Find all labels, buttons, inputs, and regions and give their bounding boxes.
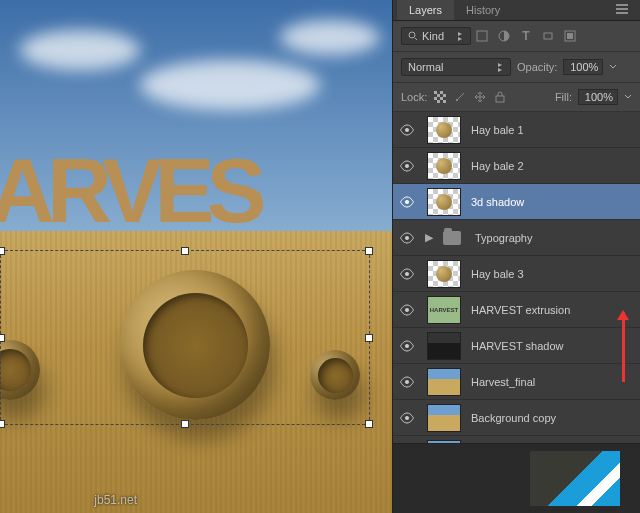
chevron-down-icon	[497, 62, 504, 72]
opacity-label: Opacity:	[517, 61, 557, 73]
visibility-toggle-icon[interactable]	[393, 196, 421, 208]
layer-row[interactable]: Background	[393, 436, 640, 443]
svg-point-15	[405, 308, 409, 312]
visibility-toggle-icon[interactable]	[393, 124, 421, 136]
filter-adjustment-icon[interactable]	[497, 29, 511, 43]
visibility-toggle-icon[interactable]	[393, 268, 421, 280]
panel-tabs: Layers History	[393, 0, 640, 21]
blend-mode-select[interactable]: Normal	[401, 58, 511, 76]
visibility-toggle-icon[interactable]	[393, 160, 421, 172]
chevron-down-icon[interactable]	[609, 64, 617, 70]
layer-filter-row: Kind T	[393, 21, 640, 52]
filter-type-icons: T	[475, 29, 577, 43]
layer-thumbnail[interactable]	[427, 332, 461, 360]
svg-point-13	[405, 236, 409, 240]
layer-row[interactable]: HARVEST shadow	[393, 328, 640, 364]
layer-thumbnail[interactable]	[427, 260, 461, 288]
layer-thumbnail[interactable]	[427, 404, 461, 432]
document-canvas[interactable]: ARVES jb51.net	[0, 0, 392, 513]
layer-thumbnail[interactable]	[427, 368, 461, 396]
annotation-arrow	[622, 312, 625, 382]
lock-label: Lock:	[401, 91, 427, 103]
lock-icons-group	[433, 90, 507, 104]
layer-thumbnail[interactable]	[427, 440, 461, 444]
layers-list[interactable]: Hay bale 1Hay bale 23d shadow▶Typography…	[393, 112, 640, 443]
lock-position-icon[interactable]	[473, 90, 487, 104]
watermark: jb51.net	[94, 493, 137, 507]
filter-kind-label: Kind	[422, 30, 444, 42]
layer-thumbnail[interactable]	[427, 116, 461, 144]
layer-row[interactable]: 3d shadow	[393, 184, 640, 220]
layer-row[interactable]: ▶Typography	[393, 220, 640, 256]
svg-rect-1	[477, 31, 487, 41]
hay-bale	[310, 350, 360, 400]
svg-point-11	[405, 164, 409, 168]
chevron-down-icon	[457, 31, 464, 41]
layer-name[interactable]: HARVEST shadow	[467, 340, 640, 352]
chevron-down-icon[interactable]	[624, 94, 632, 100]
layer-name[interactable]: Hay bale 3	[467, 268, 640, 280]
filter-kind-select[interactable]: Kind	[401, 27, 471, 45]
layer-row[interactable]: Hay bale 2	[393, 148, 640, 184]
lock-transparency-icon[interactable]	[433, 90, 447, 104]
search-icon	[408, 31, 418, 41]
filter-pixel-icon[interactable]	[475, 29, 489, 43]
layer-row[interactable]: Harvest_final	[393, 364, 640, 400]
svg-point-14	[405, 272, 409, 276]
cloud	[20, 30, 140, 70]
svg-point-17	[405, 380, 409, 384]
visibility-toggle-icon[interactable]	[393, 304, 421, 316]
visibility-toggle-icon[interactable]	[393, 376, 421, 388]
svg-rect-6	[434, 91, 446, 103]
harvest-3d-text: ARVES	[0, 140, 258, 243]
lock-row: Lock: Fill: 100%	[393, 83, 640, 112]
layer-thumbnail[interactable]	[427, 188, 461, 216]
visibility-toggle-icon[interactable]	[393, 340, 421, 352]
folder-icon	[443, 231, 461, 245]
tab-history[interactable]: History	[454, 0, 512, 20]
layer-name[interactable]: HARVEST extrusion	[467, 304, 640, 316]
filter-smart-icon[interactable]	[563, 29, 577, 43]
svg-point-10	[405, 128, 409, 132]
svg-point-18	[405, 416, 409, 420]
layers-panel: Layers History Kind T Normal Opacity: 10…	[392, 0, 640, 513]
svg-rect-3	[544, 33, 552, 39]
svg-point-16	[405, 344, 409, 348]
layer-row[interactable]: Hay bale 1	[393, 112, 640, 148]
layer-thumbnail[interactable]: HARVEST	[427, 296, 461, 324]
layer-name[interactable]: Hay bale 1	[467, 124, 640, 136]
fill-value[interactable]: 100%	[578, 89, 618, 105]
hay-bale[interactable]	[120, 270, 270, 420]
layer-row[interactable]: HARVESTHARVEST extrusion	[393, 292, 640, 328]
filter-type-icon[interactable]: T	[519, 29, 533, 43]
svg-point-0	[409, 32, 415, 38]
layer-name[interactable]: Background copy	[467, 412, 640, 424]
opacity-value[interactable]: 100%	[563, 59, 603, 75]
lock-all-icon[interactable]	[493, 90, 507, 104]
visibility-toggle-icon[interactable]	[393, 232, 421, 244]
panel-menu-icon[interactable]	[608, 0, 636, 20]
layer-name[interactable]: Harvest_final	[467, 376, 640, 388]
layer-row[interactable]: Hay bale 3	[393, 256, 640, 292]
layer-name[interactable]: 3d shadow	[467, 196, 640, 208]
layer-row[interactable]: Background copy	[393, 400, 640, 436]
blend-mode-value: Normal	[408, 61, 443, 73]
visibility-toggle-icon[interactable]	[393, 412, 421, 424]
cloud	[280, 20, 380, 55]
layer-name[interactable]: Hay bale 2	[467, 160, 640, 172]
cloud	[140, 60, 320, 110]
layer-thumbnail[interactable]	[427, 152, 461, 180]
svg-point-12	[405, 200, 409, 204]
filter-shape-icon[interactable]	[541, 29, 555, 43]
expand-arrow-icon[interactable]: ▶	[425, 231, 433, 244]
blend-mode-row: Normal Opacity: 100%	[393, 52, 640, 83]
preview-area	[393, 443, 640, 513]
svg-rect-5	[567, 33, 573, 39]
fill-label: Fill:	[555, 91, 572, 103]
tab-layers[interactable]: Layers	[397, 0, 454, 20]
lock-pixels-icon[interactable]	[453, 90, 467, 104]
preview-thumb	[530, 451, 620, 506]
layer-name[interactable]: Typography	[471, 232, 640, 244]
svg-rect-9	[496, 96, 504, 102]
